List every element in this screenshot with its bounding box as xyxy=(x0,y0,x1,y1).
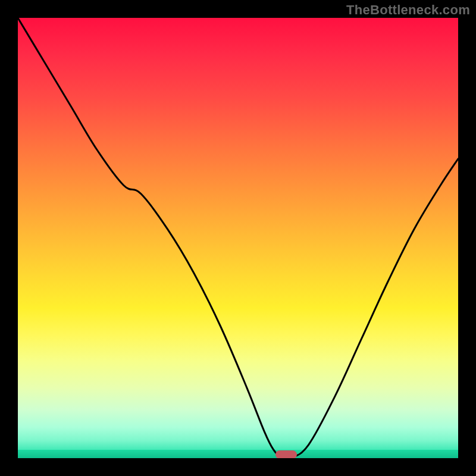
bottleneck-curve xyxy=(18,18,458,458)
optimal-marker xyxy=(275,450,297,459)
watermark-text: TheBottleneck.com xyxy=(346,2,470,18)
chart-frame: TheBottleneck.com xyxy=(0,0,476,476)
